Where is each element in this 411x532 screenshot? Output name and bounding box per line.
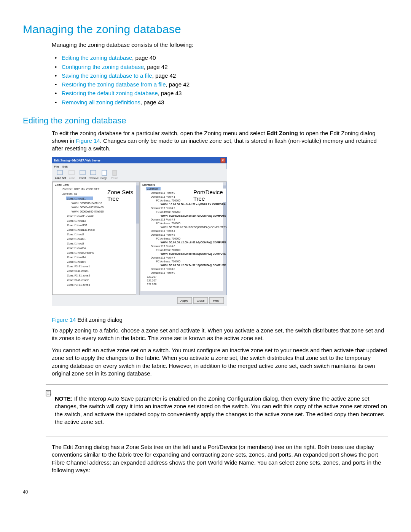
svg-rect-21 <box>136 185 139 224</box>
toc-suffix: , page 42 <box>152 72 176 79</box>
svg-text:WWN: 1000000c9430b10[interactable]: WWN: 1000000c9430b10 <box>72 202 102 204</box>
svg-text:FC Address: 710500[interactable]: FC Address: 710500 <box>156 237 180 240</box>
svg-text:Zone: f1-host132-eva4k[interactable]: Zone: f1-host132-eva4k <box>67 228 95 231</box>
toc-list: Editing the zoning database, page 40 Con… <box>52 53 388 107</box>
svg-text:Domain:113 Port # 8[interactable]: Domain:113 Port # 8 <box>151 268 175 270</box>
svg-text:WWN: 50060e800475a510[interactable]: WWN: 50060e800475a510 <box>72 210 104 213</box>
svg-rect-13 <box>102 170 107 176</box>
svg-text:Remove[interactable]: Remove <box>89 177 99 179</box>
overlay-portdevice-tree-2: Tree <box>193 195 205 202</box>
toc-suffix: , page 40 <box>132 54 156 61</box>
list-item: Configuring the zoning database, page 42 <box>62 62 388 71</box>
svg-text:Zone: Zone <box>69 177 75 179</box>
toc-link[interactable]: Configuring the zoning database <box>62 64 144 70</box>
svg-text:Zone: f3-s1-zone2[interactable]: Zone: f3-s1-zone2 <box>67 279 89 281</box>
note-label: NOTE: <box>55 395 73 402</box>
svg-text:Insert[interactable]: Insert <box>79 177 86 179</box>
svg-text:WWN: 50:05:08:b2:00:c8:03:b3(C[interactable]: WWN: 50:05:08:b2:00:c8:03:b3(COMPAQ COMP… <box>161 241 226 244</box>
svg-text:Zone Set[interactable]: Zone Set <box>55 177 66 179</box>
svg-text:Zone: f1-host42-eva4k[interactable]: Zone: f1-host42-eva4k <box>67 251 94 254</box>
help-button[interactable]: Help <box>213 299 220 302</box>
svg-text:Domain:113 Port # 2[interactable]: Domain:113 Port # 2 <box>151 207 175 209</box>
overlay-zonesets-tree-2: Tree <box>107 195 119 202</box>
tree-root-right[interactable]: Members <box>142 183 155 187</box>
svg-text:Copy[interactable]: Copy <box>100 177 107 180</box>
svg-text:ZoneSet: jbz[interactable]: ZoneSet: jbz <box>62 192 78 195</box>
svg-text:Zone: f1-host11-eva4k[interactable]: Zone: f1-host11-eva4k <box>67 215 94 217</box>
toc-suffix: , page 42 <box>166 81 190 88</box>
menu-edit[interactable]: Edit <box>62 165 68 168</box>
paragraph-cannot-edit: You cannot edit an active zone set on a … <box>52 347 388 377</box>
svg-text:Paste: Paste <box>111 177 118 179</box>
menu-file[interactable]: File <box>54 165 59 168</box>
toc-link[interactable]: Removing all zoning definitions <box>62 99 140 105</box>
figure-link[interactable]: Figure 14 <box>76 137 100 144</box>
svg-text:Zone: f1-host11[interactable]: Zone: f1-host11 <box>67 197 86 200</box>
svg-text:Zone: f1-host132[interactable]: Zone: f1-host132 <box>67 224 87 227</box>
svg-text:Domain:113 Port # 3[interactable]: Domain:113 Port # 3 <box>151 218 175 221</box>
toc-suffix: , page 43 <box>140 99 164 105</box>
svg-text:Zone: F3-S1-zone3[interactable]: Zone: F3-S1-zone3 <box>67 283 90 286</box>
svg-text:FC Address: 710300[interactable]: FC Address: 710300 <box>156 222 180 225</box>
svg-text:WWN: 10:00:00:00:c9:4d:27:cb(E[interactable]: WWN: 10:00:00:00:c9:4d:27:cb(EMULEX CORP… <box>161 203 226 206</box>
svg-text:WWN: 50:05:08:b2:00:c8:9a:33(C[interactable]: WWN: 50:05:08:b2:00:c8:9a:33(COMPAQ COMP… <box>161 252 226 256</box>
dialog-title: Edit Zoning - McDATA Web Server <box>54 159 100 162</box>
intro-text: Managing the zoning database consists of… <box>52 41 388 49</box>
svg-text:Domain:113 Port # 1[interactable]: Domain:113 Port # 1 <box>151 195 175 198</box>
page-number: 40 <box>23 489 388 495</box>
svg-text:WWN: 50:05:08:b2:00:e0:5f:53(C[interactable]: WWN: 50:05:08:b2:00:e0:5f:53(COMPAQ COMP… <box>161 226 227 229</box>
svg-text:122.208[interactable]: 122.208 <box>147 283 156 286</box>
svg-text:Domain:113 Port # 4[interactable]: Domain:113 Port # 4 <box>151 230 175 232</box>
svg-text:122.207[interactable]: 122.207 <box>147 275 156 278</box>
svg-rect-24 <box>140 291 226 295</box>
svg-text:Zone: f3-s1-zone1[interactable]: Zone: f3-s1-zone1 <box>67 270 89 272</box>
toc-link[interactable]: Saving the zoning database to a file <box>62 72 152 79</box>
svg-text:Zone: F3-S1-zone1[interactable]: Zone: F3-S1-zone1 <box>67 265 90 268</box>
svg-text:Zone: f1-host13[interactable]: Zone: f1-host13 <box>67 219 86 222</box>
toc-link[interactable]: Editing the zoning database <box>62 54 132 61</box>
svg-text:Domain:113 Port # 9[interactable]: Domain:113 Port # 9 <box>151 272 175 274</box>
overlay-portdevice-tree-1: Port/Device <box>193 189 223 195</box>
figure-caption: Figure 14 Edit zoning dialog <box>52 316 388 323</box>
svg-text:Zone: f1-host2[interactable]: Zone: f1-host2 <box>67 233 84 236</box>
toc-link[interactable]: Restoring the zoning database from a fil… <box>62 81 166 88</box>
paragraph-apply-zoning: To apply zoning to a fabric, choose a zo… <box>52 327 388 342</box>
list-item: Editing the zoning database, page 40 <box>62 53 388 62</box>
list-item: Saving the zoning database to a file, pa… <box>62 71 388 80</box>
apply-button[interactable]: Apply <box>180 299 188 302</box>
svg-text:WWN: 50060e8003754c00[interactable]: WWN: 50060e8003754c00 <box>72 206 104 209</box>
svg-text:FC Address: 710100[interactable]: FC Address: 710100 <box>156 199 180 202</box>
note-block: NOTE: If the Interop Auto Save parameter… <box>46 384 388 436</box>
svg-text:WWN: 50:05:08:b2:00:b5:19:73(C[interactable]: WWN: 50:05:08:b2:00:b5:19:73(COMPAQ COMP… <box>161 214 226 217</box>
svg-text:Zone: f1-host21[interactable]: Zone: f1-host21 <box>67 238 86 240</box>
tree-root-left[interactable]: Zone Sets <box>55 183 68 187</box>
toc-link[interactable]: Restoring the default zoning database <box>62 90 158 96</box>
svg-text:Domain:113 Port # 6[interactable]: Domain:113 Port # 6 <box>151 245 175 248</box>
list-item: Restoring the default zoning database, p… <box>62 89 388 97</box>
svg-text:Zone: f1-host34[interactable]: Zone: f1-host34 <box>67 247 86 249</box>
page-title: Managing the zoning database <box>23 23 388 36</box>
svg-rect-15 <box>113 170 116 176</box>
svg-text:122.207[interactable]: 122.207 <box>147 279 156 282</box>
svg-text:ZoneSet: ORPHAN ZONE SET[interactable]: ZoneSet: ORPHAN ZONE SET <box>62 188 100 190</box>
svg-text:WWN: 50:05:08:b2:00:7c:57:13(C[interactable]: WWN: 50:05:08:b2:00:7c:57:13(COMPAQ COMP… <box>161 264 226 267</box>
svg-text:Cube050[interactable]: Cube050 <box>147 187 158 190</box>
svg-text:Zone: f1-host64[interactable]: Zone: f1-host64 <box>67 260 86 263</box>
svg-text:Domain:113 Port # 5[interactable]: Domain:113 Port # 5 <box>151 233 175 236</box>
svg-text:Zone: F3-S1-zone2[interactable]: Zone: F3-S1-zone2 <box>67 274 90 277</box>
note-icon <box>46 390 52 398</box>
svg-text:Domain:113 Port # 7[interactable]: Domain:113 Port # 7 <box>151 256 175 259</box>
svg-text:×: × <box>222 158 224 162</box>
svg-text:FC Address: 710600[interactable]: FC Address: 710600 <box>156 249 180 251</box>
edit-paragraph: To edit the zoning database for a partic… <box>52 129 388 153</box>
svg-text:FC Address: 710700[interactable]: FC Address: 710700 <box>156 260 180 263</box>
bold-edit-zoning: Edit Zoning <box>267 130 298 136</box>
list-item: Removing all zoning definitions, page 43 <box>62 98 388 107</box>
overlay-zonesets-tree-1: Zone Sets <box>107 189 133 195</box>
svg-text:Zone: f1-host3[interactable]: Zone: f1-host3 <box>67 242 84 245</box>
svg-text:FC Address: 710200[interactable]: FC Address: 710200 <box>156 211 180 213</box>
svg-text:Zone: f1-host44[interactable]: Zone: f1-host44 <box>67 256 86 259</box>
close-button[interactable]: Close <box>197 299 205 302</box>
svg-text:Domain:113 Port # 0[interactable]: Domain:113 Port # 0 <box>151 192 175 194</box>
toc-suffix: , page 42 <box>144 64 168 70</box>
